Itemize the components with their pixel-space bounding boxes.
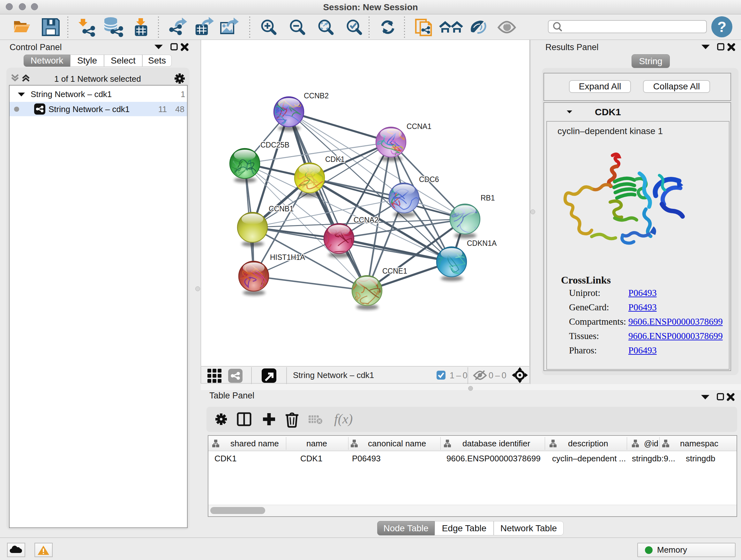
svg-text:0 – 0: 0 – 0 <box>488 371 507 380</box>
svg-text:CCNA1: CCNA1 <box>407 122 431 131</box>
svg-text:f(x): f(x) <box>334 412 353 427</box>
svg-text:HIST1H1A: HIST1H1A <box>270 253 306 261</box>
svg-text:CCNE1: CCNE1 <box>382 267 407 275</box>
svg-text:?: ? <box>718 18 726 35</box>
svg-text:CCNB1: CCNB1 <box>269 205 293 213</box>
svg-text:RB1: RB1 <box>481 194 495 202</box>
svg-text:CDK1: CDK1 <box>325 155 345 164</box>
svg-text:CDC6: CDC6 <box>419 175 439 184</box>
svg-text:1 – 0: 1 – 0 <box>450 371 468 380</box>
svg-text:CDC25B: CDC25B <box>260 141 289 149</box>
svg-text:CCNB2: CCNB2 <box>304 91 329 100</box>
svg-text:CCNA2: CCNA2 <box>354 216 379 224</box>
svg-text:CDKN1A: CDKN1A <box>467 239 497 247</box>
